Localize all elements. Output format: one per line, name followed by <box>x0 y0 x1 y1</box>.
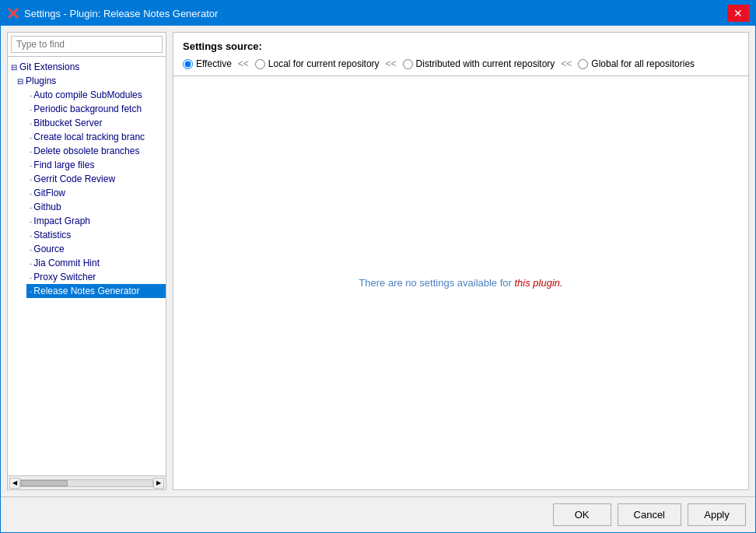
tree-leaf-label: Github <box>33 202 61 212</box>
tree-item-git-extensions[interactable]: ⊟ Git Extensions <box>8 60 166 74</box>
content-area: ⊟ Git Extensions ⊟ Plugins - Auto compil… <box>1 26 755 496</box>
separator-2: << <box>386 58 397 69</box>
tree-leaf-label: Create local tracking branc <box>33 131 145 142</box>
tree-item-jia-commit-hint[interactable]: - Jia Commit Hint <box>26 256 166 270</box>
tree-item-github[interactable]: - Github <box>26 200 166 214</box>
plugin-name-highlight: this plugin. <box>515 277 563 289</box>
tree-item-auto-compile[interactable]: - Auto compile SubModules <box>26 88 166 102</box>
tree-leaf-label: Statistics <box>33 230 71 240</box>
ok-button[interactable]: OK <box>553 503 611 526</box>
search-input[interactable] <box>11 36 163 53</box>
right-panel: Settings source: Effective << Local for … <box>173 32 749 490</box>
radio-distributed-input[interactable] <box>403 59 413 69</box>
git-extensions-label: Git Extensions <box>19 61 79 72</box>
scrollbar-area: ◀ ▶ <box>8 475 166 489</box>
title-bar: Settings - Plugin: Release Notes Generat… <box>1 1 755 26</box>
separator-1: << <box>238 58 249 69</box>
tree-item-find-large[interactable]: - Find large files <box>26 158 166 172</box>
tree-area: ⊟ Git Extensions ⊟ Plugins - Auto compil… <box>8 57 166 475</box>
close-button[interactable]: ✕ <box>727 5 749 22</box>
tree-leaf-label: Gerrit Code Review <box>33 174 115 184</box>
tree-item-impact-graph[interactable]: - Impact Graph <box>26 214 166 228</box>
tree-item-create-local[interactable]: - Create local tracking branc <box>26 130 166 144</box>
radio-effective-input[interactable] <box>183 59 193 69</box>
radio-effective[interactable]: Effective <box>183 58 232 69</box>
radio-local-label: Local for current repository <box>268 58 380 69</box>
tree-item-plugins[interactable]: ⊟ Plugins <box>14 74 166 88</box>
radio-local-input[interactable] <box>255 59 265 69</box>
expand-icon-plugins: ⊟ <box>17 77 23 86</box>
tree-leaf-label: Release Notes Generator <box>33 286 139 296</box>
tree-leaf-label: Bitbucket Server <box>33 117 102 128</box>
app-icon <box>7 7 19 19</box>
tree-item-periodic-fetch[interactable]: - Periodic background fetch <box>26 102 166 116</box>
tree-item-bitbucket[interactable]: - Bitbucket Server <box>26 116 166 130</box>
tree-item-release-notes[interactable]: - Release Notes Generator <box>26 284 166 298</box>
tree-item-gitflow[interactable]: - GitFlow <box>26 186 166 200</box>
tree-item-gerrit[interactable]: - Gerrit Code Review <box>26 172 166 186</box>
title-bar-left: Settings - Plugin: Release Notes Generat… <box>7 7 218 19</box>
radio-local[interactable]: Local for current repository <box>255 58 380 69</box>
tree-item-proxy-switcher[interactable]: - Proxy Switcher <box>26 270 166 284</box>
tree-leaf-label: Periodic background fetch <box>33 103 142 114</box>
tree-item-gource[interactable]: - Gource <box>26 242 166 256</box>
no-settings-message: There are no settings available for this… <box>359 277 562 289</box>
plugins-label: Plugins <box>26 75 56 86</box>
radio-distributed[interactable]: Distributed with current repository <box>403 58 555 69</box>
radio-global-label: Global for all repositories <box>591 58 695 69</box>
tree-leaf-label: Find large files <box>33 160 94 170</box>
window-title: Settings - Plugin: Release Notes Generat… <box>24 8 218 19</box>
expand-icon: ⊟ <box>11 63 17 72</box>
tree-leaf-label: Auto compile SubModules <box>33 89 142 100</box>
settings-window: Settings - Plugin: Release Notes Generat… <box>0 0 756 533</box>
radio-global-input[interactable] <box>578 59 588 69</box>
radio-group: Effective << Local for current repositor… <box>183 58 739 69</box>
tree-leaf-label: Impact Graph <box>33 216 90 226</box>
scrollbar-track[interactable] <box>20 479 153 487</box>
apply-button[interactable]: Apply <box>688 503 746 526</box>
settings-source: Settings source: Effective << Local for … <box>173 33 748 76</box>
scrollbar-thumb[interactable] <box>21 480 68 486</box>
tree-leaf-label: Proxy Switcher <box>33 272 96 282</box>
search-box[interactable] <box>8 33 166 57</box>
settings-source-label: Settings source: <box>183 40 739 52</box>
tree-leaf-label: GitFlow <box>33 188 65 198</box>
scroll-right-button[interactable]: ▶ <box>153 478 164 489</box>
left-panel: ⊟ Git Extensions ⊟ Plugins - Auto compil… <box>7 32 166 490</box>
tree-leaf-label: Delete obsolete branches <box>33 146 139 156</box>
radio-effective-label: Effective <box>196 58 232 69</box>
main-content: There are no settings available for this… <box>173 76 748 489</box>
radio-global[interactable]: Global for all repositories <box>578 58 695 69</box>
tree-item-delete-obsolete[interactable]: - Delete obsolete branches <box>26 144 166 158</box>
cancel-button[interactable]: Cancel <box>618 503 681 526</box>
scroll-left-button[interactable]: ◀ <box>9 478 20 489</box>
bottom-bar: OK Cancel Apply <box>1 496 755 532</box>
tree-leaf-label: Gource <box>33 244 64 254</box>
radio-distributed-label: Distributed with current repository <box>416 58 555 69</box>
plugins-children: - Auto compile SubModules - Periodic bac… <box>14 88 166 298</box>
separator-3: << <box>561 58 572 69</box>
tree-leaf-label: Jia Commit Hint <box>33 258 100 268</box>
tree-item-statistics[interactable]: - Statistics <box>26 228 166 242</box>
